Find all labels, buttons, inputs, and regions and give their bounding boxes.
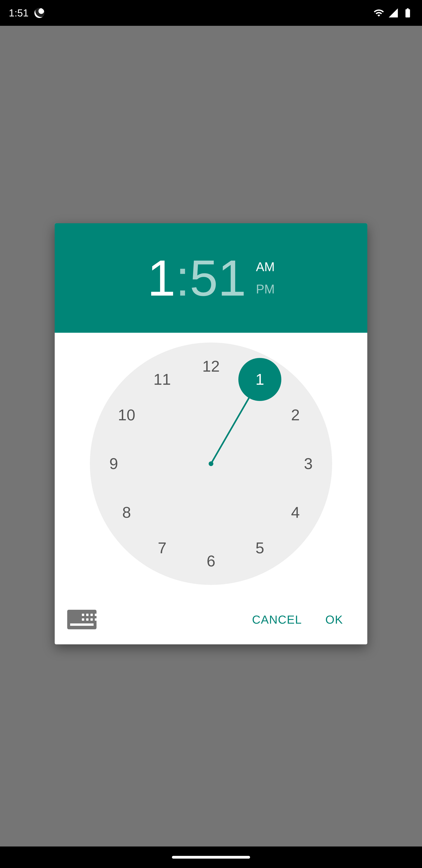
ampm-container: AM PM <box>256 259 275 297</box>
hour-10[interactable]: 10 <box>105 394 148 437</box>
hour-1[interactable]: 1 <box>238 358 281 401</box>
disc-icon <box>34 8 44 18</box>
time-header: 1 : 51 AM PM <box>55 223 367 333</box>
status-bar: 1:51 <box>0 0 422 26</box>
hour-11[interactable]: 11 <box>141 358 184 401</box>
status-right <box>374 7 413 19</box>
hour-display[interactable]: 1 <box>147 253 176 303</box>
dialog-actions: CANCEL OK <box>55 595 367 644</box>
time-picker-dialog: 1 : 51 AM PM 12 1 2 3 4 5 6 7 8 9 10 11 <box>55 223 367 644</box>
clock-area: 12 1 2 3 4 5 6 7 8 9 10 11 <box>55 333 367 595</box>
clock-face[interactable]: 12 1 2 3 4 5 6 7 8 9 10 11 <box>90 342 332 585</box>
hour-4[interactable]: 4 <box>274 491 317 534</box>
clock-center <box>209 461 213 466</box>
cancel-button[interactable]: CANCEL <box>240 607 314 632</box>
hour-8[interactable]: 8 <box>105 491 148 534</box>
hour-3[interactable]: 3 <box>287 442 330 485</box>
nav-handle[interactable] <box>172 856 250 859</box>
time-display: 1 : 51 AM PM <box>147 253 275 303</box>
hour-2[interactable]: 2 <box>274 394 317 437</box>
hour-7[interactable]: 7 <box>141 526 184 569</box>
time-separator: : <box>176 253 190 303</box>
status-left: 1:51 <box>9 7 44 19</box>
pm-option[interactable]: PM <box>256 282 275 297</box>
status-time: 1:51 <box>9 7 29 19</box>
navigation-bar <box>0 846 422 868</box>
wifi-icon <box>374 7 384 19</box>
hour-12[interactable]: 12 <box>190 345 232 388</box>
minute-display[interactable]: 51 <box>190 253 246 303</box>
hour-9[interactable]: 9 <box>92 442 135 485</box>
hour-5[interactable]: 5 <box>238 526 281 569</box>
am-option[interactable]: AM <box>256 259 275 274</box>
battery-icon <box>402 7 413 19</box>
signal-icon <box>388 7 399 19</box>
keyboard-toggle-button[interactable] <box>67 610 97 629</box>
hour-6[interactable]: 6 <box>190 539 232 583</box>
ok-button[interactable]: OK <box>314 607 355 632</box>
